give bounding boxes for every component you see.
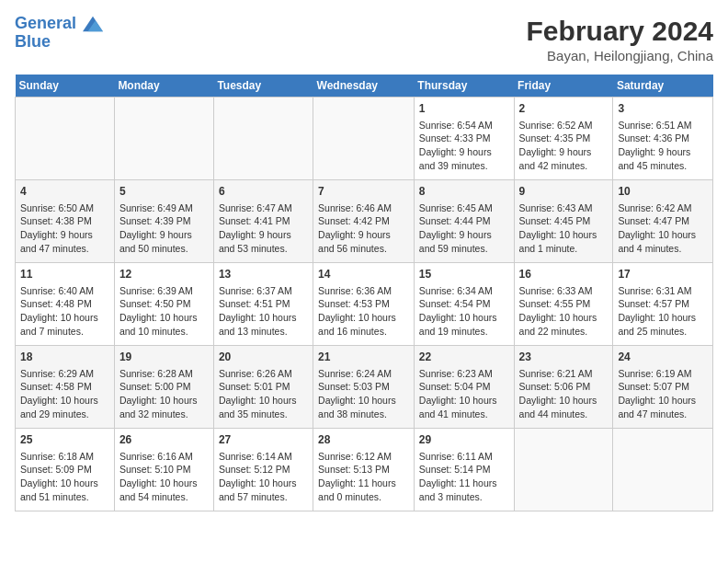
calendar-cell: 25Sunrise: 6:18 AMSunset: 5:09 PMDayligh… (16, 429, 115, 511)
day-number: 11 (20, 267, 109, 282)
day-number: 26 (119, 432, 209, 448)
calendar-cell: 3Sunrise: 6:51 AMSunset: 4:36 PMDaylight… (613, 98, 713, 180)
sunrise-text: Sunrise: 6:16 AM (119, 450, 209, 464)
sunrise-text: Sunrise: 6:37 AM (219, 284, 308, 298)
sunrise-text: Sunrise: 6:51 AM (618, 119, 708, 132)
sunrise-text: Sunrise: 6:31 AM (618, 284, 708, 298)
logo: General Blue (15, 15, 103, 52)
day-number: 9 (519, 184, 609, 200)
calendar-cell (16, 98, 115, 180)
calendar-cell: 19Sunrise: 6:28 AMSunset: 5:00 PMDayligh… (114, 346, 213, 429)
sunrise-text: Sunrise: 6:36 AM (318, 284, 409, 298)
sunset-text: Sunset: 4:38 PM (20, 214, 109, 228)
weekday-header-monday: Monday (114, 75, 213, 98)
day-number: 24 (618, 350, 708, 365)
weekday-header-thursday: Thursday (414, 75, 514, 98)
sunset-text: Sunset: 5:07 PM (618, 380, 708, 394)
sunset-text: Sunset: 4:39 PM (119, 214, 209, 228)
daylight-text: Daylight: 10 hours and 57 minutes. (219, 477, 308, 503)
calendar-cell: 14Sunrise: 6:36 AMSunset: 4:53 PMDayligh… (313, 263, 415, 346)
calendar-cell: 20Sunrise: 6:26 AMSunset: 5:01 PMDayligh… (213, 346, 313, 429)
calendar-cell: 12Sunrise: 6:39 AMSunset: 4:50 PMDayligh… (114, 263, 213, 346)
sunset-text: Sunset: 4:47 PM (618, 214, 708, 228)
subtitle: Bayan, Heilongjiang, China (527, 48, 713, 63)
day-number: 25 (20, 432, 109, 448)
sunset-text: Sunset: 4:44 PM (419, 214, 509, 228)
daylight-text: Daylight: 10 hours and 10 minutes. (119, 311, 209, 338)
sunset-text: Sunset: 5:12 PM (219, 463, 308, 477)
sunrise-text: Sunrise: 6:47 AM (219, 201, 308, 215)
daylight-text: Daylight: 10 hours and 44 minutes. (519, 394, 609, 420)
sunrise-text: Sunrise: 6:26 AM (219, 367, 308, 381)
sunrise-text: Sunrise: 6:18 AM (20, 450, 109, 464)
weekday-header-sunday: Sunday (16, 75, 115, 98)
calendar-cell (514, 429, 613, 511)
calendar-cell: 15Sunrise: 6:34 AMSunset: 4:54 PMDayligh… (414, 263, 514, 346)
calendar-cell: 23Sunrise: 6:21 AMSunset: 5:06 PMDayligh… (514, 346, 613, 429)
sunset-text: Sunset: 4:36 PM (618, 132, 708, 145)
weekday-header-saturday: Saturday (613, 75, 713, 98)
sunrise-text: Sunrise: 6:33 AM (519, 284, 609, 298)
sunrise-text: Sunrise: 6:46 AM (318, 201, 409, 215)
day-number: 3 (618, 101, 708, 117)
calendar-cell: 6Sunrise: 6:47 AMSunset: 4:41 PMDaylight… (213, 180, 313, 263)
daylight-text: Daylight: 10 hours and 22 minutes. (519, 311, 609, 338)
sunrise-text: Sunrise: 6:49 AM (119, 201, 209, 215)
calendar-cell: 1Sunrise: 6:54 AMSunset: 4:33 PMDaylight… (414, 98, 514, 180)
logo-general: General (15, 14, 76, 32)
sunset-text: Sunset: 5:01 PM (219, 380, 308, 394)
sunrise-text: Sunrise: 6:39 AM (119, 284, 209, 298)
sunset-text: Sunset: 5:09 PM (20, 463, 109, 477)
sunset-text: Sunset: 5:00 PM (119, 380, 209, 394)
daylight-text: Daylight: 9 hours and 45 minutes. (618, 145, 708, 172)
day-number: 18 (20, 350, 109, 365)
sunrise-text: Sunrise: 6:34 AM (419, 284, 509, 298)
weekday-header-wednesday: Wednesday (313, 75, 415, 98)
calendar-cell: 29Sunrise: 6:11 AMSunset: 5:14 PMDayligh… (414, 429, 514, 511)
daylight-text: Daylight: 10 hours and 16 minutes. (318, 311, 409, 338)
daylight-text: Daylight: 10 hours and 41 minutes. (419, 394, 509, 420)
day-number: 27 (219, 432, 308, 448)
calendar-cell (313, 98, 415, 180)
day-number: 5 (119, 184, 209, 200)
sunset-text: Sunset: 4:55 PM (519, 297, 609, 311)
calendar-cell: 2Sunrise: 6:52 AMSunset: 4:35 PMDaylight… (514, 98, 613, 180)
daylight-text: Daylight: 10 hours and 29 minutes. (20, 394, 109, 420)
sunset-text: Sunset: 4:42 PM (318, 214, 409, 228)
daylight-text: Daylight: 10 hours and 47 minutes. (618, 394, 708, 420)
logo-text: General (15, 15, 103, 33)
daylight-text: Daylight: 9 hours and 47 minutes. (20, 228, 109, 255)
main-title: February 2024 (527, 15, 713, 48)
calendar-cell: 5Sunrise: 6:49 AMSunset: 4:39 PMDaylight… (114, 180, 213, 263)
title-block: February 2024 Bayan, Heilongjiang, China (527, 15, 713, 63)
daylight-text: Daylight: 10 hours and 7 minutes. (20, 311, 109, 338)
sunset-text: Sunset: 4:41 PM (219, 214, 308, 228)
calendar-cell: 18Sunrise: 6:29 AMSunset: 4:58 PMDayligh… (16, 346, 115, 429)
sunrise-text: Sunrise: 6:28 AM (119, 367, 209, 381)
calendar-cell: 13Sunrise: 6:37 AMSunset: 4:51 PMDayligh… (213, 263, 313, 346)
daylight-text: Daylight: 9 hours and 59 minutes. (419, 228, 509, 255)
daylight-text: Daylight: 10 hours and 1 minute. (519, 228, 609, 255)
day-number: 22 (419, 350, 509, 365)
sunrise-text: Sunrise: 6:11 AM (419, 450, 509, 464)
sunrise-text: Sunrise: 6:21 AM (519, 367, 609, 381)
day-number: 19 (119, 350, 209, 365)
day-number: 20 (219, 350, 308, 365)
sunset-text: Sunset: 4:57 PM (618, 297, 708, 311)
day-number: 23 (519, 350, 609, 365)
calendar-cell: 22Sunrise: 6:23 AMSunset: 5:04 PMDayligh… (414, 346, 514, 429)
day-number: 12 (119, 267, 209, 282)
sunrise-text: Sunrise: 6:54 AM (419, 119, 509, 132)
day-number: 8 (419, 184, 509, 200)
weekday-header-tuesday: Tuesday (213, 75, 313, 98)
sunset-text: Sunset: 5:10 PM (119, 463, 209, 477)
day-number: 4 (20, 184, 109, 200)
day-number: 13 (219, 267, 308, 282)
calendar-cell: 9Sunrise: 6:43 AMSunset: 4:45 PMDaylight… (514, 180, 613, 263)
sunset-text: Sunset: 4:50 PM (119, 297, 209, 311)
day-number: 16 (519, 267, 609, 282)
calendar-cell (613, 429, 713, 511)
calendar-cell: 16Sunrise: 6:33 AMSunset: 4:55 PMDayligh… (514, 263, 613, 346)
day-number: 15 (419, 267, 509, 282)
sunset-text: Sunset: 4:54 PM (419, 297, 509, 311)
